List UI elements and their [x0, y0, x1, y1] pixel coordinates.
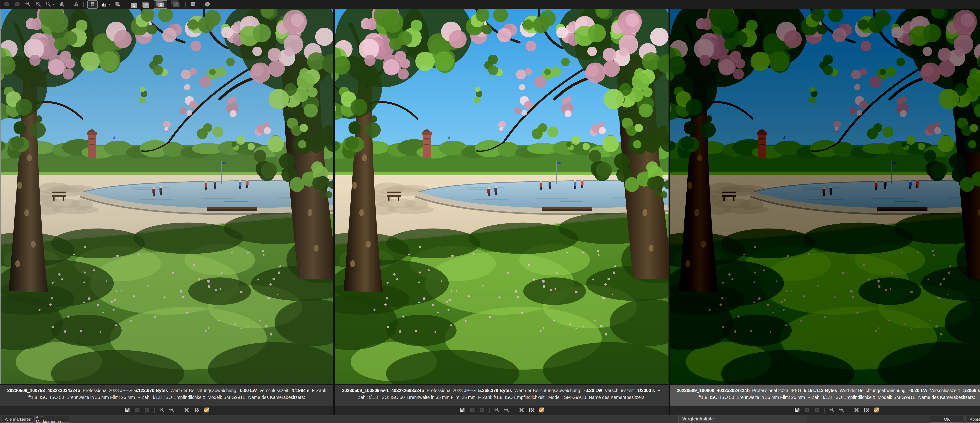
view-2-label: 2 — [143, 3, 150, 8]
exclude-from-compare-icon — [864, 407, 869, 413]
meta-field: Wert der Belichtungsabweichung: — [170, 388, 240, 393]
meta-field: ISO: ISO 50 — [380, 395, 407, 400]
help-button[interactable]: ? — [204, 1, 211, 8]
zoom-out-button[interactable] — [169, 407, 175, 414]
exclude-from-compare-icon — [194, 407, 199, 413]
view-1-icon: 1 — [129, 1, 137, 8]
zoom-out-icon — [504, 407, 510, 414]
save-copy-icon — [125, 407, 130, 413]
meta-field: -0.20 LW — [584, 388, 605, 393]
mark-checkbox-button[interactable] — [203, 407, 210, 414]
save-copy-button[interactable] — [124, 407, 131, 414]
zoom-in-button[interactable] — [493, 407, 500, 414]
save-copy-button[interactable] — [794, 407, 801, 414]
zoom-in-button[interactable] — [24, 1, 31, 8]
zoom-in-button[interactable] — [159, 407, 165, 414]
meta-field: Professional 2023 JPEG — [752, 388, 803, 393]
remove-image-icon — [184, 407, 189, 413]
mark-checkbox-button[interactable] — [873, 407, 880, 414]
compare-settings-button[interactable] — [114, 1, 121, 8]
mark-checkbox-icon — [203, 407, 209, 414]
exclude-from-compare-button[interactable] — [528, 407, 535, 414]
toolbar-separator — [200, 2, 200, 8]
zoom-out-button[interactable] — [503, 407, 510, 414]
photo-1[interactable] — [0, 9, 333, 384]
park-scene-image — [670, 9, 980, 384]
meta-field: 0.00 LW — [240, 388, 259, 393]
previous-icon — [134, 407, 140, 414]
toolbar-separator — [185, 2, 186, 8]
histogram-button[interactable] — [101, 1, 111, 8]
remove-image-button[interactable] — [183, 407, 190, 414]
exclude-from-compare-button[interactable] — [863, 407, 870, 414]
park-scene-image — [0, 9, 333, 384]
warning-icon — [73, 1, 79, 8]
meta-field: ISO-Empfindlichkeit: — [164, 395, 208, 400]
mark-checkbox-button[interactable] — [538, 407, 544, 414]
info-panel-button[interactable] — [87, 0, 98, 9]
meta-field: Modell: SM-G991B — [208, 395, 248, 400]
list-settings-button[interactable] — [189, 1, 196, 8]
zoom-in-button[interactable] — [829, 407, 835, 414]
warning-button[interactable] — [73, 1, 80, 8]
zoom-out-button[interactable] — [838, 407, 845, 414]
view-3-button[interactable]: 3 — [154, 0, 167, 9]
histogram-dropdown-caret[interactable] — [108, 3, 111, 5]
zoom-out-button[interactable] — [35, 1, 42, 8]
exclude-from-compare-button[interactable] — [193, 407, 200, 414]
meta-field: Modell: SM-G991B — [548, 395, 589, 400]
meta-field: Professional 2023 JPEG — [83, 388, 134, 393]
bottom-bar: Alle markieren Alle Markierungen... Verg… — [0, 415, 980, 423]
panel-toolbar-3 — [670, 406, 980, 415]
next-icon — [479, 407, 485, 414]
meta-field: 6.123.670 Bytes — [134, 388, 170, 393]
meta-field: 1/2066 s — [963, 388, 980, 393]
zoom-level-dropdown-caret[interactable] — [52, 3, 55, 5]
save-copy-button[interactable] — [459, 407, 466, 414]
ok-button[interactable]: OK — [930, 416, 964, 423]
caption-3: 20230509_100809 4032x3024x24b Profession… — [670, 384, 980, 406]
view-2-button[interactable]: 2 — [141, 1, 150, 8]
image-panel-3: 20230509_100809 4032x3024x24b Profession… — [670, 9, 980, 415]
zoom-level-button[interactable] — [46, 1, 55, 8]
previous-image-icon — [4, 1, 10, 8]
cancel-button[interactable]: Abbrechen — [965, 416, 980, 423]
view-1-label: 1 — [131, 3, 137, 8]
toolbar-separator — [824, 408, 824, 413]
mark-checkbox-icon — [873, 407, 879, 414]
remove-image-icon — [519, 407, 524, 413]
toolbar-separator — [849, 408, 849, 413]
photo-3[interactable] — [670, 9, 980, 384]
meta-field: 1/2000 s — [637, 388, 657, 393]
view-4-icon: 4 — [171, 0, 182, 10]
photo-2[interactable] — [335, 9, 668, 384]
pan-lock-button[interactable] — [58, 1, 65, 8]
zoom-in-icon — [25, 1, 31, 8]
histogram-icon — [101, 1, 107, 8]
remove-image-button[interactable] — [518, 407, 525, 414]
meta-field: F-Zahl: f/1.8 — [478, 395, 505, 400]
zoom-in-icon — [159, 407, 165, 414]
help-icon: ? — [204, 1, 210, 8]
meta-field: 5.191.112 Bytes — [804, 388, 840, 393]
view-4-label: 4 — [173, 2, 180, 7]
next-icon — [814, 407, 820, 414]
meta-field: Verschlusszeit: — [605, 388, 637, 393]
meta-field: Modell: SM-G991B — [878, 395, 918, 400]
meta-field: F-Zahl: f/1.8 — [808, 395, 834, 400]
toolbar-separator — [514, 408, 514, 413]
view-2-icon: 2 — [141, 0, 150, 9]
select-all-button[interactable]: Alle markieren — [2, 416, 35, 423]
remove-image-button[interactable] — [853, 407, 860, 414]
all-marks-button[interactable]: Alle Markierungen... — [36, 416, 69, 423]
next-image-icon — [14, 1, 20, 8]
main-toolbar: 1234? — [0, 0, 980, 9]
compare-list-button[interactable]: Vergleichsliste — [679, 415, 807, 423]
view-1-button[interactable]: 1 — [129, 1, 137, 8]
zoom-in-icon — [829, 407, 835, 414]
toolbar-separator — [179, 408, 179, 413]
panel-toolbar-2 — [335, 406, 668, 415]
meta-field: Professional 2023 JPEG — [427, 388, 478, 393]
zoom-out-icon — [35, 1, 41, 8]
panel-toolbar-1 — [0, 406, 333, 415]
